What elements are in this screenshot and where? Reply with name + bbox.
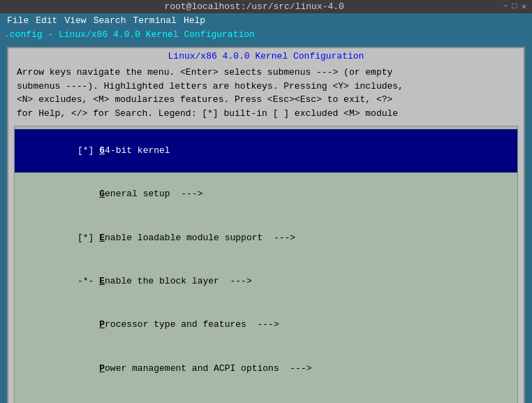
list-item[interactable]: [*] Enable loadable module support ---> bbox=[15, 217, 517, 260]
menu-area: [*] 64-bit kernel General setup ---> [*]… bbox=[14, 126, 518, 403]
item-indent bbox=[77, 189, 99, 199]
breadcrumb: .config - Linux/x86 4.0.0 Kernel Configu… bbox=[0, 28, 532, 41]
minimize-button[interactable]: − bbox=[503, 1, 508, 12]
item-text: ower management and ACPI options ---> bbox=[105, 363, 311, 374]
help-line-3: <N> excludes, <M> modularizes features. … bbox=[17, 93, 515, 107]
list-item[interactable]: -*- Enable the block layer ---> bbox=[15, 260, 517, 303]
list-item[interactable]: Power management and ACPI options ---> bbox=[15, 347, 517, 390]
menu-terminal[interactable]: Terminal bbox=[130, 15, 179, 27]
menu-file[interactable]: File bbox=[4, 15, 31, 27]
app-window: root@localhost:/usr/src/linux-4.0 − □ ✕ … bbox=[0, 0, 532, 403]
menu-bar: File Edit View Search Terminal Help bbox=[0, 13, 532, 28]
window-controls: − □ ✕ bbox=[503, 1, 526, 12]
item-text: 4-bit kernel bbox=[105, 145, 170, 156]
config-window: Linux/x86 4.0.0 Kernel Configuration Arr… bbox=[7, 47, 525, 403]
close-button[interactable]: ✕ bbox=[522, 1, 526, 12]
item-text: rocessor type and features ---> bbox=[105, 319, 279, 330]
hotkey-e2: E bbox=[99, 276, 105, 286]
item-checkbox: [*] bbox=[77, 233, 99, 243]
list-item[interactable]: [*] 64-bit kernel bbox=[15, 129, 517, 173]
item-label: 6 bbox=[99, 145, 105, 156]
item-text: eneral setup ---> bbox=[105, 189, 202, 199]
list-item[interactable]: Bus options (PCI etc.) ---> bbox=[15, 390, 517, 403]
maximize-button[interactable]: □ bbox=[512, 1, 517, 12]
terminal-area: Linux/x86 4.0.0 Kernel Configuration Arr… bbox=[0, 41, 532, 403]
item-text: nable the block layer ---> bbox=[105, 276, 252, 286]
menu-help[interactable]: Help bbox=[181, 15, 208, 27]
item-text: nable loadable module support ---> bbox=[105, 233, 295, 243]
menu-search[interactable]: Search bbox=[91, 15, 129, 27]
hotkey-g: G bbox=[99, 189, 105, 199]
hotkey-po: P bbox=[99, 363, 105, 374]
config-help: Arrow keys navigate the menu. <Enter> se… bbox=[8, 63, 524, 123]
item-prefix: -*- bbox=[77, 276, 99, 286]
item-indent bbox=[77, 363, 99, 374]
list-item[interactable]: Processor type and features ---> bbox=[15, 304, 517, 347]
item-indent bbox=[77, 319, 99, 330]
title-bar: root@localhost:/usr/src/linux-4.0 − □ ✕ bbox=[0, 0, 532, 13]
help-line-4: for Help, </> for Search. Legend: [*] bu… bbox=[17, 107, 515, 121]
hotkey-e: E bbox=[99, 233, 105, 243]
config-title: Linux/x86 4.0.0 Kernel Configuration bbox=[8, 48, 524, 63]
menu-edit[interactable]: Edit bbox=[33, 15, 60, 27]
window-title: root@localhost:/usr/src/linux-4.0 bbox=[6, 1, 503, 12]
list-item[interactable]: General setup ---> bbox=[15, 173, 517, 216]
help-line-2: submenus ----). Highlighted letters are … bbox=[17, 80, 515, 94]
help-line-1: Arrow keys navigate the menu. <Enter> se… bbox=[17, 66, 515, 80]
hotkey-p: P bbox=[99, 319, 105, 330]
item-checkbox: [*] bbox=[77, 145, 99, 156]
menu-view[interactable]: View bbox=[61, 15, 89, 27]
